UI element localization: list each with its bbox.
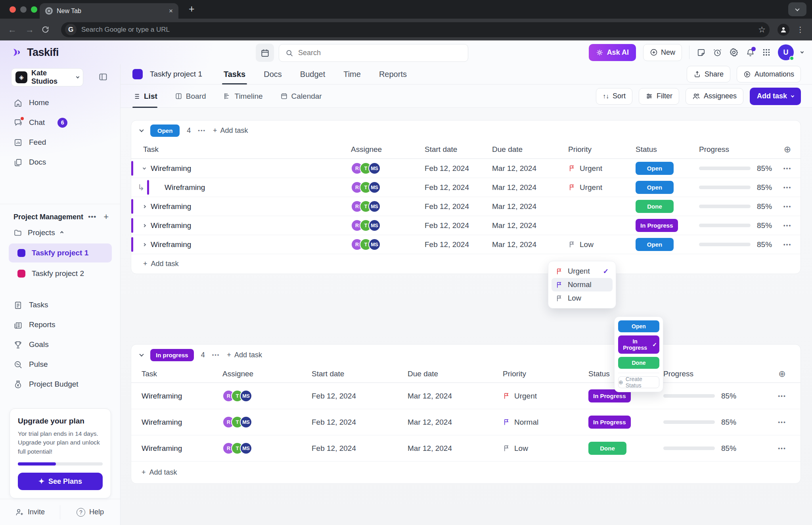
assignees-button[interactable]: Assignees <box>686 88 743 105</box>
column-start-date[interactable]: Start date <box>312 370 408 378</box>
sidebar-item-docs[interactable]: Docs <box>0 152 121 172</box>
browser-menu-icon[interactable]: ⋮ <box>795 25 806 34</box>
sidebar-item-project-1[interactable]: Taskfy project 1 <box>9 243 112 262</box>
sidebar-item-project-2[interactable]: Taskfy project 2 <box>9 264 112 283</box>
table-row-subtask[interactable]: ↳ Wireframing RTMS Feb 12, 2024 Mar 12, … <box>131 178 801 197</box>
cell-due-date[interactable]: Mar 12, 2024 <box>488 240 564 249</box>
apps-button[interactable] <box>762 48 771 57</box>
group-add-task[interactable]: +Add task <box>227 351 262 359</box>
task-name[interactable]: Wireframing <box>142 418 182 427</box>
group-status-badge[interactable]: Open <box>150 125 180 137</box>
tab-search-button[interactable] <box>788 2 806 16</box>
task-name[interactable]: Wireframing <box>151 221 191 230</box>
row-menu-icon[interactable]: ••• <box>774 165 801 172</box>
status-option-done[interactable]: Done <box>618 357 659 369</box>
minimize-window-button[interactable] <box>20 6 27 13</box>
global-search[interactable] <box>279 44 468 62</box>
table-row[interactable]: Wireframing RTMS Feb 12, 2024 Mar 12, 20… <box>131 409 801 435</box>
calendar-button[interactable] <box>256 44 274 62</box>
tab-time[interactable]: Time <box>343 64 361 84</box>
column-status[interactable]: Status <box>632 145 695 154</box>
table-row[interactable]: Wireframing RTMS Feb 12, 2024 Mar 12, 20… <box>131 159 801 178</box>
task-name[interactable]: Wireframing <box>142 392 182 400</box>
workspace-selector[interactable]: ◈ Kate Studios <box>11 68 83 86</box>
new-button[interactable]: New <box>643 44 682 61</box>
cell-due-date[interactable]: Mar 12, 2024 <box>488 164 564 173</box>
cell-due-date[interactable]: Mar 12, 2024 <box>488 202 564 211</box>
add-task-button[interactable]: Add task <box>750 88 801 105</box>
address-bar[interactable]: G Search Google or type a URL ☆ <box>61 22 770 37</box>
ask-ai-button[interactable]: Ask AI <box>589 44 636 61</box>
tab-tasks[interactable]: Tasks <box>224 64 245 84</box>
cell-status[interactable]: In Progress <box>588 416 660 429</box>
group-add-task[interactable]: +Add task <box>213 126 248 135</box>
priority-option-low[interactable]: Low <box>552 291 613 305</box>
column-due-date[interactable]: Due date <box>488 145 564 154</box>
task-name[interactable]: Wireframing <box>165 183 205 192</box>
status-option-in-progress[interactable]: In Progress✓ <box>618 335 659 354</box>
row-menu-icon[interactable]: ••• <box>774 184 801 191</box>
close-window-button[interactable] <box>10 6 16 13</box>
row-menu-icon[interactable]: ••• <box>774 203 801 210</box>
sidebar-item-tasks[interactable]: Tasks <box>0 295 121 315</box>
column-task[interactable]: Task <box>131 145 351 154</box>
cell-due-date[interactable]: Mar 12, 2024 <box>488 221 564 230</box>
cell-priority[interactable]: Urgent <box>564 183 632 192</box>
sidebar-item-feed[interactable]: Feed <box>0 132 121 152</box>
assignee-avatars[interactable]: RTMS <box>351 200 419 213</box>
view-tab-list[interactable]: List <box>132 85 157 108</box>
row-menu-icon[interactable]: ••• <box>774 222 801 229</box>
task-name[interactable]: Wireframing <box>142 444 182 453</box>
priority-option-urgent[interactable]: Urgent ✓ <box>552 264 613 278</box>
cell-start-date[interactable]: Feb 12, 2024 <box>419 164 488 173</box>
view-tab-calendar[interactable]: Calendar <box>280 85 322 108</box>
task-name[interactable]: Wireframing <box>151 164 191 173</box>
tab-budget[interactable]: Budget <box>300 64 325 84</box>
row-menu-icon[interactable]: ••• <box>764 419 801 425</box>
section-menu-icon[interactable]: ••• <box>88 213 96 221</box>
column-priority[interactable]: Priority <box>503 370 588 378</box>
assignee-avatars[interactable]: RTMS <box>351 238 419 251</box>
status-badge[interactable]: Open <box>636 162 674 175</box>
table-row[interactable]: Wireframing RTMS Feb 12, 2024 Mar 12, 20… <box>131 235 801 254</box>
column-progress[interactable]: Progress <box>660 370 764 378</box>
create-status-button[interactable]: ⊕ Create Status <box>618 376 659 388</box>
column-task[interactable]: Task <box>142 370 222 378</box>
cell-start-date[interactable]: Feb 12, 2024 <box>419 240 488 249</box>
sidebar-item-chat[interactable]: Chat 6 <box>0 113 121 132</box>
expand-row-icon[interactable] <box>143 224 146 227</box>
expand-row-icon[interactable] <box>143 243 146 246</box>
cell-status[interactable]: Done <box>588 442 660 455</box>
status-badge[interactable]: Open <box>636 181 674 194</box>
browser-tab[interactable]: New Tab × <box>40 3 178 19</box>
column-start-date[interactable]: Start date <box>419 145 488 154</box>
cell-status[interactable]: Done <box>632 200 695 213</box>
status-badge[interactable]: In Progress <box>636 219 678 232</box>
column-priority[interactable]: Priority <box>564 145 632 154</box>
new-tab-button[interactable]: + <box>189 4 195 14</box>
account-chevron-icon[interactable] <box>801 50 804 53</box>
row-menu-icon[interactable]: ••• <box>764 445 801 452</box>
priority-option-normal[interactable]: Normal <box>552 278 613 291</box>
view-tab-board[interactable]: Board <box>175 85 206 108</box>
browser-profile-button[interactable] <box>778 24 789 36</box>
invite-button[interactable]: Invite <box>0 508 60 517</box>
column-assignee[interactable]: Assignee <box>351 145 419 154</box>
help-button[interactable]: ? Help <box>60 508 120 517</box>
cell-priority[interactable]: Normal <box>503 418 588 427</box>
cell-status[interactable]: Open <box>632 162 695 175</box>
cell-start-date[interactable]: Feb 12, 2024 <box>312 392 408 400</box>
cell-status[interactable]: Open <box>632 181 695 194</box>
assignee-avatars[interactable]: RTMS <box>222 390 312 402</box>
assignee-avatars[interactable]: RTMS <box>351 181 419 194</box>
table-row[interactable]: Wireframing RTMS Feb 12, 2024 Mar 12, 20… <box>131 435 801 461</box>
add-column-icon[interactable]: ⊕ <box>774 144 801 155</box>
add-task-row[interactable]: +Add task <box>131 254 801 274</box>
filter-button[interactable]: Filter <box>639 88 679 105</box>
sidebar-item-goals[interactable]: Goals <box>0 335 121 354</box>
sidebar-item-home[interactable]: Home <box>0 93 121 113</box>
group-status-badge[interactable]: In progress <box>150 349 194 361</box>
bookmark-star-icon[interactable]: ☆ <box>758 25 766 34</box>
column-due-date[interactable]: Due date <box>408 370 503 378</box>
expand-row-icon[interactable] <box>143 205 146 208</box>
